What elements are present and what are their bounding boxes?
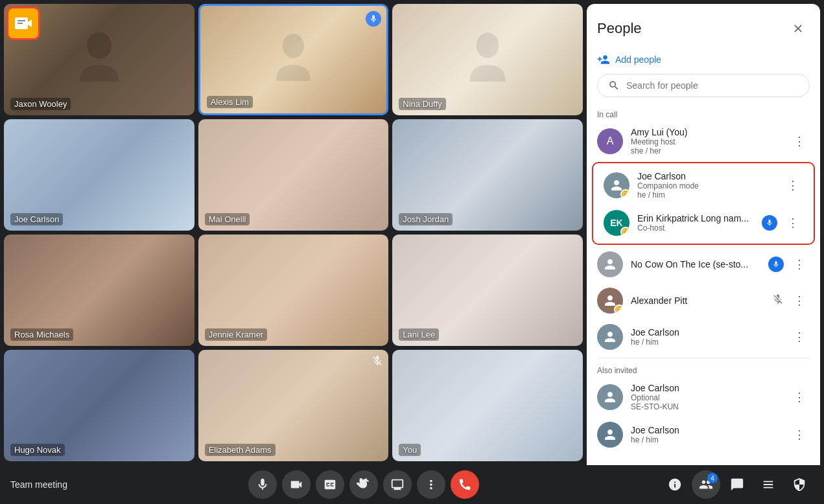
tile-name-you: You bbox=[399, 444, 421, 456]
person-item-joe-inv2[interactable]: Joe Carlson he / him ⋮ bbox=[587, 417, 820, 453]
people-button[interactable]: 4 bbox=[692, 470, 720, 499]
video-tile-joe[interactable]: Joe Carlson bbox=[4, 119, 194, 231]
video-tile-lani[interactable]: Lani Lee bbox=[392, 235, 583, 346]
end-call-button[interactable] bbox=[451, 470, 479, 499]
video-tile-alexis[interactable]: Alexis Lim bbox=[198, 4, 389, 115]
tile-name-elizabeth: Elizabeth Adams bbox=[205, 444, 276, 456]
video-tile-rosa[interactable]: Rosa Michaels bbox=[4, 235, 194, 346]
person-sub-amy: Meeting host she / her bbox=[631, 137, 781, 155]
activities-button[interactable] bbox=[754, 470, 783, 499]
tile-name-joe: Joe Carlson bbox=[10, 213, 63, 225]
tile-name-mai: Mai Oneill bbox=[205, 213, 250, 225]
video-tile-elizabeth[interactable]: Elizabeth Adams bbox=[198, 350, 389, 461]
person-item-nocow[interactable]: No Cow On The Ice (se-sto... ⋮ bbox=[587, 246, 820, 282]
tile-name-nina: Nina Duffy bbox=[399, 98, 445, 110]
panel-header: People bbox=[587, 4, 820, 48]
more-btn-joe-inv2[interactable]: ⋮ bbox=[789, 424, 810, 445]
people-panel: People Add people bbox=[587, 4, 820, 465]
people-badge: 4 bbox=[707, 473, 718, 483]
svg-point-4 bbox=[283, 34, 304, 58]
video-tile-nina[interactable]: Nina Duffy bbox=[392, 4, 583, 115]
tile-name-alexis: Alexis Lim bbox=[207, 96, 253, 108]
person-name-joe-inv1: Joe Carlson bbox=[631, 383, 781, 393]
person-item-alex[interactable]: Alexander Pitt ⋮ bbox=[587, 282, 820, 319]
person-name-joe-inv2: Joe Carlson bbox=[631, 425, 781, 435]
tile-name-hugo: Hugo Novak bbox=[10, 444, 65, 456]
avatar-nocow bbox=[597, 251, 623, 277]
captions-button[interactable] bbox=[316, 470, 344, 499]
also-invited-label: Also invited bbox=[587, 361, 820, 378]
person-item-erin[interactable]: EK Erin Kirkpatrick Long nam... Co-host bbox=[593, 205, 814, 241]
tile-mute-elizabeth bbox=[371, 355, 383, 369]
person-name-alex: Alexander Pitt bbox=[631, 295, 764, 306]
person-name-nocow: No Cow On The Ice (se-sto... bbox=[631, 259, 760, 269]
person-item-amy[interactable]: A Amy Lui (You) Meeting host she / her ⋮ bbox=[587, 122, 820, 161]
video-grid: Jaxon Wooley Alexis Lim bbox=[0, 0, 587, 465]
more-btn-joe-inv1[interactable]: ⋮ bbox=[789, 387, 810, 407]
add-people-label: Add people bbox=[615, 54, 661, 65]
video-tile-mai[interactable]: Mai Oneill bbox=[198, 119, 389, 231]
mic-button[interactable] bbox=[248, 470, 277, 499]
in-call-label: In call bbox=[587, 105, 820, 122]
more-btn-amy[interactable]: ⋮ bbox=[789, 131, 810, 152]
person-name-erin: Erin Kirkpatrick Long nam... bbox=[637, 213, 754, 223]
more-btn-joe2[interactable]: ⋮ bbox=[789, 326, 810, 347]
avatar-alex bbox=[597, 288, 623, 314]
mic-off-alex bbox=[772, 293, 784, 308]
add-people-button[interactable]: Add people bbox=[587, 48, 820, 74]
search-box bbox=[597, 74, 810, 97]
highlighted-group: Joe Carlson Companion mode he / him ⋮ bbox=[592, 162, 815, 245]
avatar-joe-companion bbox=[604, 172, 630, 198]
tile-name-rosa: Rosa Michaels bbox=[10, 328, 73, 341]
video-tile-jennie[interactable]: Jennie Kramer bbox=[198, 235, 389, 346]
person-item-joe-inv1[interactable]: Joe Carlson Optional SE-STO-KUN ⋮ bbox=[587, 378, 820, 417]
tile-name-lani: Lani Lee bbox=[399, 328, 439, 341]
meeting-title-container: Team meeting bbox=[10, 479, 67, 490]
controls bbox=[248, 470, 479, 499]
more-btn-erin[interactable]: ⋮ bbox=[783, 212, 803, 233]
more-btn-alex[interactable]: ⋮ bbox=[789, 290, 810, 311]
svg-point-3 bbox=[87, 32, 112, 59]
more-options-button[interactable] bbox=[417, 470, 445, 499]
divider bbox=[597, 358, 810, 358]
tile-name-jaxon: Jaxon Wooley bbox=[10, 98, 71, 110]
person-name-amy: Amy Lui (You) bbox=[631, 127, 781, 137]
present-button[interactable] bbox=[383, 470, 412, 499]
video-tile-hugo[interactable]: Hugo Novak bbox=[4, 350, 194, 461]
mic-on-erin bbox=[762, 215, 777, 231]
bottom-bar: Team meeting bbox=[0, 465, 824, 504]
app-logo bbox=[6, 6, 40, 40]
avatar-erin: EK bbox=[604, 210, 630, 236]
tile-name-josh: Josh Jordan bbox=[399, 213, 453, 225]
person-name-joe-companion: Joe Carlson bbox=[637, 171, 775, 181]
info-button[interactable] bbox=[661, 470, 689, 499]
meeting-title: Team meeting bbox=[10, 479, 67, 490]
video-tile-you[interactable]: You bbox=[392, 350, 583, 461]
more-btn-joe-companion[interactable]: ⋮ bbox=[783, 175, 803, 196]
avatar-joe-inv1 bbox=[597, 384, 623, 410]
panel-title: People bbox=[597, 20, 642, 37]
video-button[interactable] bbox=[282, 470, 311, 499]
avatar-joe-inv2 bbox=[597, 422, 623, 448]
person-item-joe2[interactable]: Joe Carlson he / him ⋮ bbox=[587, 319, 820, 355]
person-name-joe2: Joe Carlson bbox=[631, 327, 781, 338]
safety-button[interactable] bbox=[785, 470, 814, 499]
search-input[interactable] bbox=[626, 80, 799, 91]
chat-button[interactable] bbox=[723, 470, 751, 499]
person-item-joe-companion[interactable]: Joe Carlson Companion mode he / him ⋮ bbox=[593, 166, 814, 205]
video-tile-josh[interactable]: Josh Jordan bbox=[392, 119, 583, 231]
avatar-joe2 bbox=[597, 324, 623, 350]
close-panel-button[interactable] bbox=[786, 17, 810, 40]
search-icon bbox=[608, 80, 620, 91]
avatar-amy: A bbox=[597, 128, 623, 154]
svg-point-5 bbox=[477, 33, 499, 59]
raise-hand-button[interactable] bbox=[349, 470, 378, 499]
tile-name-jennie: Jennie Kramer bbox=[205, 328, 268, 341]
more-btn-nocow[interactable]: ⋮ bbox=[789, 254, 810, 275]
mic-on-nocow bbox=[768, 257, 784, 272]
person-list[interactable]: In call A Amy Lui (You) Meeting host she… bbox=[587, 105, 820, 465]
right-controls: 4 bbox=[661, 470, 814, 499]
